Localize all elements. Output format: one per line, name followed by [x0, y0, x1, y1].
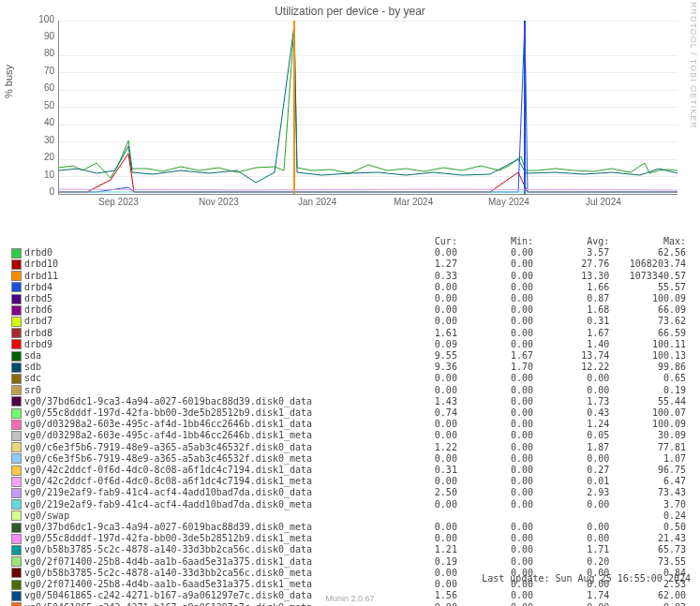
legend-row: vg0/219e2af9-fab9-41c4-acf4-4add10bad7da…: [11, 487, 688, 498]
val-avg: 0.31: [535, 316, 611, 327]
val-avg: 0.00: [535, 522, 611, 533]
legend-row: vg0/2f071400-25b8-4d4b-aa1b-6aad5e31a375…: [11, 556, 688, 568]
val-min: 0.00: [459, 533, 535, 544]
legend-row: vg0/d03298a2-603e-495c-af4d-1bb46cc2646b…: [11, 419, 688, 430]
val-max: 21.43: [611, 533, 688, 544]
series-name: drbd6: [24, 304, 383, 316]
legend-swatch: [11, 499, 22, 510]
legend-swatch: [11, 568, 22, 578]
series-name: sda: [24, 350, 383, 362]
val-avg: 2.93: [535, 487, 611, 498]
val-cur: 0.00: [383, 430, 459, 441]
val-cur: 0.09: [383, 339, 459, 350]
xtick: Mar 2024: [394, 197, 433, 207]
val-max: 73.43: [611, 487, 688, 498]
val-max: 65.73: [611, 544, 688, 555]
legend-row: vg0/c6e3f5b6-7919-48e9-a365-a5ab3c46532f…: [11, 442, 688, 453]
val-max: 30.09: [611, 430, 688, 441]
legend-row: drbd60.000.001.6866.09: [11, 304, 688, 316]
val-avg: 0.00: [535, 373, 611, 384]
val-max: 1073340.57: [611, 271, 688, 282]
val-avg: 1.87: [535, 442, 611, 453]
val-cur: 1.61: [383, 328, 459, 339]
series-name: vg0/55c8dddf-197d-42fa-bb00-3de5b28512b9…: [24, 533, 383, 544]
val-min: 0.00: [459, 476, 535, 487]
val-min: 0.00: [459, 499, 535, 510]
val-avg: 0.87: [535, 293, 611, 304]
legend-swatch: [11, 408, 22, 419]
val-avg: 3.57: [535, 247, 611, 259]
val-max: 62.56: [611, 247, 688, 259]
val-max: 0.24: [611, 510, 688, 522]
val-max: 1068203.74: [611, 259, 688, 270]
ytick: 0: [37, 186, 54, 197]
legend-row: drbd81.610.001.6766.59: [11, 328, 688, 339]
series-name: drbd10: [24, 259, 383, 270]
legend-swatch: [11, 282, 22, 292]
legend-swatch: [11, 580, 22, 590]
ytick: 90: [37, 31, 54, 41]
legend-row: drbd00.000.003.5762.56: [11, 247, 688, 259]
val-min: 0.00: [459, 328, 535, 339]
val-cur: 0.00: [383, 533, 459, 544]
legend-row: sda9.551.6713.74100.13: [11, 350, 688, 362]
val-avg: 1.73: [535, 396, 611, 407]
val-min: 0.00: [459, 282, 535, 293]
legend-row: drbd50.000.000.87100.09: [11, 293, 688, 304]
legend-swatch: [11, 271, 22, 281]
val-cur: 0.00: [383, 282, 459, 293]
val-cur: 9.36: [383, 362, 459, 373]
legend-swatch: [11, 351, 22, 362]
col-max: Max:: [611, 236, 688, 247]
val-max: 100.13: [611, 350, 688, 362]
ytick: 80: [37, 48, 54, 58]
series-name: drbd4: [24, 282, 383, 293]
col-min: Min:: [459, 236, 535, 247]
val-cur: 0.00: [383, 247, 459, 259]
series-name: drbd5: [24, 293, 383, 304]
val-avg: [535, 510, 611, 522]
legend-row: vg0/swap0.24: [11, 510, 688, 522]
series-name: vg0/37bd6dc1-9ca3-4a94-a027-6019bac88d39…: [24, 522, 383, 533]
legend-swatch: [11, 385, 22, 395]
legend-swatch: [11, 362, 22, 373]
val-avg: 1.40: [535, 339, 611, 350]
series-sdb: [59, 25, 678, 183]
series-sda: [59, 25, 678, 178]
val-avg: 0.05: [535, 430, 611, 441]
val-min: 0.00: [459, 556, 535, 568]
val-min: 0.00: [459, 453, 535, 465]
val-cur: 0.19: [383, 556, 459, 568]
legend-swatch: [11, 317, 22, 327]
ytick: 70: [37, 66, 54, 76]
ytick: 10: [37, 170, 54, 180]
val-avg: 0.00: [535, 499, 611, 510]
series-name: vg0/37bd6dc1-9ca3-4a94-a027-6019bac88d39…: [24, 396, 383, 407]
legend-swatch: [11, 466, 22, 476]
val-min: 0.00: [459, 316, 535, 327]
series-name: vg0/b58b3785-5c2c-4878-a140-33d3bb2ca56c…: [24, 544, 383, 555]
series-name: vg0/2f071400-25b8-4d4b-aa1b-6aad5e31a375…: [24, 579, 383, 590]
val-min: 0.00: [459, 544, 535, 555]
val-min: 0.00: [459, 396, 535, 407]
xtick: Jul 2024: [586, 197, 621, 207]
series-name: vg0/42c2ddcf-0f6d-4dc0-8c08-a6f1dc4c7194…: [24, 465, 383, 476]
val-max: 3.70: [611, 499, 688, 510]
series-name: vg0/c6e3f5b6-7919-48e9-a365-a5ab3c46532f…: [24, 442, 383, 453]
series-name: vg0/b58b3785-5c2c-4878-a140-33d3bb2ca56c…: [24, 568, 383, 579]
legend-row: vg0/42c2ddcf-0f6d-4dc0-8c08-a6f1dc4c7194…: [11, 465, 688, 476]
legend-row: vg0/55c8dddf-197d-42fa-bb00-3de5b28512b9…: [11, 533, 688, 544]
val-cur: 0.00: [383, 373, 459, 384]
val-cur: 0.00: [383, 385, 459, 396]
val-avg: 12.22: [535, 362, 611, 373]
series-name: vg0/219e2af9-fab9-41c4-acf4-4add10bad7da…: [24, 499, 383, 510]
side-credit: RRDTOOL / TOBI OETIKER: [689, 2, 698, 129]
val-cur: 2.50: [383, 487, 459, 498]
series-name: drbd9: [24, 339, 383, 350]
val-max: 0.65: [611, 373, 688, 384]
val-cur: 0.33: [383, 271, 459, 282]
val-min: 0.00: [459, 465, 535, 476]
val-max: 1.07: [611, 453, 688, 465]
val-cur: 0.74: [383, 407, 459, 419]
val-min: 0.00: [459, 385, 535, 396]
